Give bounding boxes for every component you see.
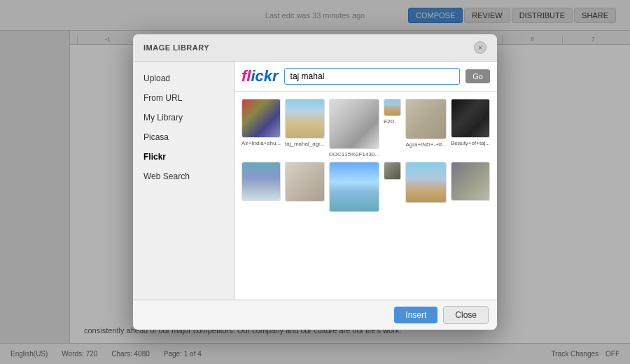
image-thumb-2: [285, 99, 325, 139]
flickr-content: flickr Go Air+India+shu...: [234, 62, 497, 300]
flickr-search-button[interactable]: Go: [465, 69, 490, 83]
image-placeholder-6: [451, 99, 489, 137]
image-item-9[interactable]: [329, 162, 379, 214]
dialog-title: IMAGE LIBRARY: [144, 43, 209, 52]
image-item-4[interactable]: E2D: [384, 99, 401, 158]
image-label-4: E2D: [384, 118, 401, 125]
image-item-3[interactable]: DOC115%2F1430...: [329, 99, 379, 158]
image-thumb-11: [405, 162, 446, 202]
modal-overlay: IMAGE LIBRARY × Upload From URL My Libra…: [0, 0, 630, 364]
image-thumb-3: [329, 99, 379, 149]
image-placeholder-10: [384, 162, 400, 178]
image-thumb-7: [241, 162, 281, 201]
nav-item-from-url[interactable]: From URL: [133, 88, 234, 108]
image-item-5[interactable]: Agra+IND+-+It...: [405, 99, 446, 158]
image-placeholder-3: [330, 99, 379, 148]
image-label-2: taj_mahal_agr...: [285, 141, 325, 147]
nav-item-upload[interactable]: Upload: [133, 69, 234, 88]
image-item-1[interactable]: Air+India+shu...: [241, 99, 281, 158]
image-placeholder-8: [286, 162, 324, 201]
image-thumb-8: [285, 162, 325, 202]
image-thumb-5: [405, 99, 446, 139]
image-thumb-4: [384, 99, 401, 116]
image-placeholder-4: [384, 99, 400, 115]
image-thumb-10: [384, 162, 401, 179]
image-item-7[interactable]: [241, 162, 281, 214]
insert-button[interactable]: Insert: [394, 307, 438, 323]
flickr-logo-fl: fl: [241, 67, 251, 85]
dialog-footer: Insert Close: [133, 300, 497, 330]
flickr-logo: flickr: [241, 67, 279, 85]
image-label-6: Beauty+of+taj...: [451, 140, 490, 146]
image-placeholder-7: [242, 162, 280, 200]
nav-item-flickr[interactable]: Flickr: [133, 147, 234, 167]
image-placeholder-1: [242, 99, 280, 137]
flickr-search-bar: flickr Go: [234, 62, 497, 92]
flickr-search-input[interactable]: [284, 68, 461, 85]
image-grid: Air+India+shu... taj_mahal_agr... DOC115…: [234, 92, 497, 300]
image-placeholder-11: [406, 162, 445, 202]
image-item-11[interactable]: [405, 162, 446, 214]
nav-item-web-search[interactable]: Web Search: [133, 167, 234, 186]
image-placeholder-5: [406, 99, 445, 139]
close-button[interactable]: ×: [474, 41, 486, 54]
image-item-10[interactable]: [384, 162, 401, 214]
image-placeholder-2: [286, 99, 324, 138]
dialog-close-button[interactable]: Close: [443, 306, 489, 324]
image-thumb-9: [329, 162, 379, 212]
dialog-body: Upload From URL My Library Picasa Flickr…: [133, 62, 497, 300]
image-label-5: Agra+IND+-+It...: [405, 141, 446, 148]
image-thumb-12: [451, 162, 490, 201]
image-item-12[interactable]: [451, 162, 490, 214]
image-item-2[interactable]: taj_mahal_agr...: [285, 99, 325, 158]
flickr-logo-ickr: ickr: [251, 67, 278, 85]
nav-item-picasa[interactable]: Picasa: [133, 127, 234, 147]
image-label-1: Air+India+shu...: [241, 140, 281, 146]
image-item-6[interactable]: Beauty+of+taj...: [451, 99, 490, 158]
image-placeholder-9: [330, 162, 379, 211]
image-label-3: DOC115%2F1430...: [329, 151, 379, 158]
image-thumb-1: [241, 99, 281, 138]
image-library-dialog: IMAGE LIBRARY × Upload From URL My Libra…: [133, 34, 497, 330]
dialog-nav: Upload From URL My Library Picasa Flickr…: [133, 62, 234, 300]
image-item-8[interactable]: [285, 162, 325, 214]
image-thumb-6: [451, 99, 490, 138]
image-placeholder-12: [451, 162, 489, 200]
dialog-header: IMAGE LIBRARY ×: [133, 34, 497, 62]
nav-item-my-library[interactable]: My Library: [133, 108, 234, 127]
